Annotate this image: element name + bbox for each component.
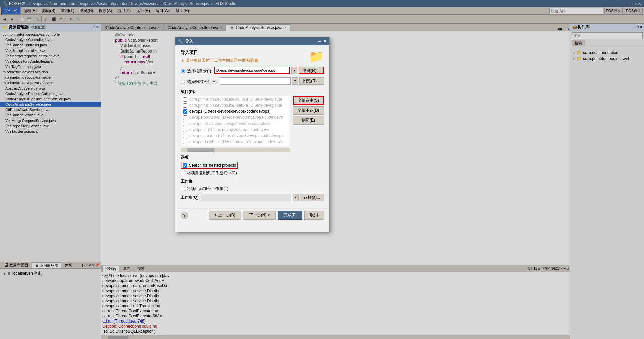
dialog-header-row: 导入项目 ⚠ 某些项目因位于工作空间目录中而被隐藏 📁	[181, 49, 324, 67]
dialog-close[interactable]: ✕	[323, 39, 327, 44]
project-checkbox[interactable]	[183, 134, 187, 138]
workspace-set-row: 工作集(Q): ▼ 选择(a)...	[181, 194, 324, 201]
dialog-minimize[interactable]: ─	[318, 39, 321, 44]
back-button[interactable]: < 上一步(B)	[209, 211, 241, 220]
dialog-folder-icon: 📁	[309, 49, 324, 64]
nested-projects-row: Search for nested projects	[181, 162, 324, 169]
projects-label: 项目(P):	[181, 89, 324, 95]
footer-buttons: < 上一步(B) 下一步(N) > 完成(F) 取消	[209, 211, 324, 220]
dialog-title-controls[interactable]: ─ ✕	[318, 39, 327, 44]
project-checkbox[interactable]	[183, 122, 187, 126]
dialog-title-bar: 🔧 导入 ─ ✕	[175, 37, 329, 45]
deselect-all-button[interactable]: 全部不选(D)	[293, 106, 324, 115]
workspace-set-input[interactable]	[201, 194, 292, 201]
project-label: devops-bootstrap (D:\eos-devops\devops-c…	[189, 115, 283, 120]
finish-button[interactable]: 完成(F)	[278, 211, 302, 220]
nested-projects-checkbox[interactable]	[183, 163, 187, 168]
nested-projects-label: Search for nested projects	[189, 163, 236, 168]
root-dir-dropdown[interactable]: ▼	[291, 67, 297, 74]
workspace-set-dropdown[interactable]: ▼	[293, 194, 299, 201]
project-label: com.primeton.devops.ide.eclipse (D:\eos-…	[189, 97, 282, 102]
copy-projects-checkbox[interactable]	[181, 171, 185, 175]
project-checkbox[interactable]	[183, 97, 187, 102]
project-list-item[interactable]: devops-bootstrap (D:\eos-devops\devops-c…	[181, 114, 290, 121]
dialog-body: 导入项目 ⚠ 某些项目因位于工作空间目录中而被隐藏 📁 选择根目录(I): ▼ …	[175, 45, 329, 205]
import-dialog: 🔧 导入 ─ ✕ 导入项目 ⚠ 某些项目因位于工作空间目录中而被隐藏 📁	[175, 37, 330, 232]
workspace-set-label: 工作集(Q):	[181, 195, 200, 200]
root-dir-radio[interactable]	[181, 69, 185, 73]
project-list-item[interactable]: devops-ci (D:\eos-devops\devops-code\dev…	[181, 127, 290, 133]
project-label: devops (D:\eos-devops\devops-code\devops…	[189, 109, 270, 114]
archive-input-row: ▼ 浏览(R)...	[220, 77, 324, 85]
add-to-workspace-label: 将项目添加至工作集(T)	[187, 186, 228, 192]
options-section: 选项 Search for nested projects 将项目复制到工作空间…	[181, 155, 324, 176]
project-checkbox[interactable]	[183, 103, 187, 108]
dialog-icon: 🔧	[178, 39, 183, 44]
project-checkbox[interactable]	[183, 128, 187, 132]
copy-projects-label: 将项目复制到工作空间中(C)	[187, 170, 237, 176]
root-dir-input[interactable]	[214, 67, 290, 74]
select-all-button[interactable]: 全部选中(S)	[293, 96, 324, 105]
project-checkbox[interactable]	[183, 115, 187, 120]
archive-label: 选择归档文件(A):	[187, 79, 218, 85]
add-to-workspace-row: 将项目添加至工作集(T)	[181, 186, 324, 192]
project-list-item[interactable]: devops-dailybuild (D:\eos-devops\devops-…	[181, 139, 290, 145]
refresh-button[interactable]: 刷新(E)	[293, 116, 324, 125]
root-dir-input-row: ▼ 浏览(R)...	[214, 67, 324, 74]
add-to-workspace-checkbox[interactable]	[181, 187, 185, 191]
archive-radio-row: 选择归档文件(A): ▼ 浏览(R)...	[181, 77, 324, 86]
project-list-item[interactable]: com.primeton.devops.ide.eclipse (D:\eos-…	[181, 96, 290, 102]
dialog-footer: ? < 上一步(B) 下一步(N) > 完成(F) 取消	[175, 208, 329, 223]
archive-radio[interactable]	[181, 80, 185, 84]
project-list-h-scrollbar[interactable]	[181, 148, 290, 152]
browse-root-button[interactable]: 浏览(R)...	[299, 67, 324, 74]
project-list-item[interactable]: devops-cd (D:\eos-devops\devops-code\dev…	[181, 121, 290, 127]
project-label: devops-engine (D:\eos-devops\devops-code…	[189, 145, 283, 146]
dialog-header-left: 导入项目 ⚠ 某些项目因位于工作空间目录中而被隐藏	[181, 49, 258, 67]
warning-icon: ⚠	[181, 58, 184, 63]
project-label: devops-dailybuild (D:\eos-devops\devops-…	[189, 139, 283, 144]
projects-row: com.primeton.devops.ide.eclipse (D:\eos-…	[181, 96, 324, 152]
root-dir-radio-row: 选择根目录(I): ▼ 浏览(R)...	[181, 67, 324, 75]
project-checkbox[interactable]	[183, 109, 187, 114]
project-label: devops-custom (D:\eos-devops\devops-code…	[189, 133, 283, 138]
project-list-item[interactable]: devops (D:\eos-devops\devops-code\devops…	[181, 108, 290, 114]
action-buttons: 全部选中(S) 全部不选(D) 刷新(E)	[293, 96, 324, 125]
project-label: devops-cd (D:\eos-devops\devops-code\dev…	[189, 121, 270, 126]
warning-text: 某些项目因位于工作空间目录中而被隐藏	[186, 58, 258, 63]
project-list-item[interactable]: devops-custom (D:\eos-devops\devops-code…	[181, 133, 290, 139]
project-checkbox[interactable]	[183, 146, 187, 147]
project-list-item[interactable]: com.primeton.devops.ide.feature (D:\eos-…	[181, 102, 290, 108]
workspace-title: 工作集	[181, 179, 324, 184]
project-list-wrap: com.primeton.devops.ide.eclipse (D:\eos-…	[181, 96, 290, 152]
options-title: 选项	[181, 155, 324, 160]
workspace-section: 工作集 将项目添加至工作集(T) 工作集(Q): ▼ 选择(a)...	[181, 179, 324, 201]
next-button[interactable]: 下一步(N) >	[243, 211, 276, 220]
project-list-container: com.primeton.devops.ide.eclipse (D:\eos-…	[181, 96, 290, 146]
cancel-button[interactable]: 取消	[304, 211, 324, 220]
project-list-scrollbar-thumb[interactable]	[187, 148, 214, 152]
project-label: com.primeton.devops.ide.feature (D:\eos-…	[189, 103, 282, 108]
dialog-help-button[interactable]: ?	[181, 212, 188, 219]
nested-projects-highlight: Search for nested projects	[181, 162, 238, 169]
dialog-title: 导入	[185, 39, 193, 44]
archive-dropdown[interactable]: ▼	[292, 77, 298, 85]
root-dir-label: 选择根目录(I):	[187, 68, 212, 74]
copy-projects-row: 将项目复制到工作空间中(C)	[181, 170, 324, 176]
archive-input[interactable]	[220, 77, 291, 85]
project-checkbox[interactable]	[183, 140, 187, 144]
dialog-overlay: 🔧 导入 ─ ✕ 导入项目 ⚠ 某些项目因位于工作空间目录中而被隐藏 📁	[0, 0, 644, 339]
dialog-warning: ⚠ 某些项目因位于工作空间目录中而被隐藏	[181, 58, 258, 63]
project-list-item[interactable]: devops-engine (D:\eos-devops\devops-code…	[181, 145, 290, 146]
workspace-select-button[interactable]: 选择(a)...	[300, 194, 324, 201]
browse-archive-button[interactable]: 浏览(R)...	[299, 77, 324, 85]
project-label: devops-ci (D:\eos-devops\devops-code\dev…	[189, 127, 269, 132]
dialog-section-title: 导入项目	[181, 49, 258, 56]
